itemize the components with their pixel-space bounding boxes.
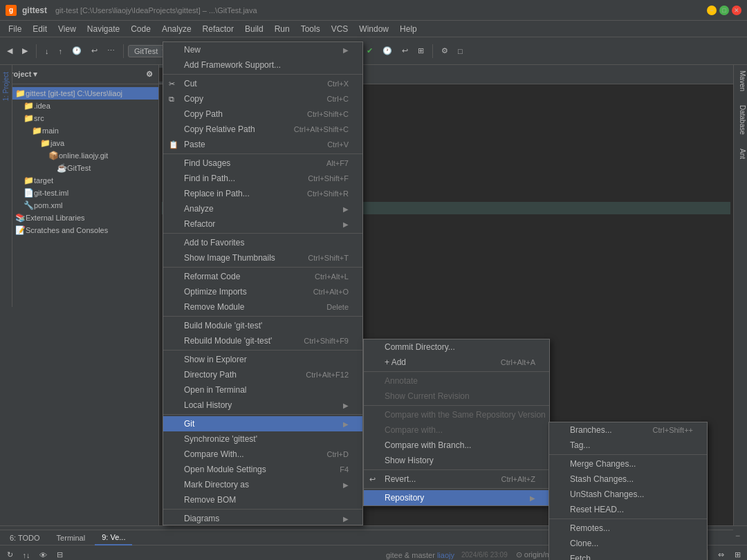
maven-tab[interactable]: Maven bbox=[735, 68, 746, 94]
tree-package[interactable]: 📦 online.liaojy.git bbox=[12, 149, 158, 162]
git-commit-dir[interactable]: Commit Directory... bbox=[364, 339, 549, 355]
vc-collapse-btn[interactable]: ⊞ bbox=[730, 548, 744, 561]
tree-external-libs[interactable]: 📚 External Libraries bbox=[12, 212, 158, 224]
git-revert-button[interactable]: ↩ bbox=[87, 44, 102, 57]
ctx-refactor[interactable]: Refactor ▶ bbox=[163, 216, 362, 232]
tree-target[interactable]: 📁 target bbox=[12, 174, 158, 187]
ant-tab[interactable]: Ant bbox=[735, 146, 746, 162]
ctx-cut[interactable]: ✂ Cut Ctrl+X bbox=[163, 76, 362, 91]
git-repository[interactable]: Repository ▶ bbox=[364, 490, 549, 505]
ctx-find-usages[interactable]: Find Usages Alt+F7 bbox=[163, 156, 362, 171]
git-compare-with[interactable]: Compare with... bbox=[364, 422, 549, 438]
repo-reset-head[interactable]: Reset HEAD... bbox=[549, 502, 707, 517]
menu-view[interactable]: View bbox=[53, 23, 82, 35]
git-compare-branch[interactable]: Compare with Branch... bbox=[364, 438, 549, 453]
git-annotate[interactable]: Annotate bbox=[364, 373, 549, 389]
menu-refactor[interactable]: Refactor bbox=[197, 23, 239, 35]
maximize-button[interactable]: □ bbox=[719, 6, 729, 15]
git-manage-button[interactable]: ⊞ bbox=[414, 44, 428, 57]
git-show-history[interactable]: Show History bbox=[364, 453, 549, 468]
ctx-find-in-path[interactable]: Find in Path... Ctrl+Shift+F bbox=[163, 171, 362, 186]
tree-iml[interactable]: 📄 git-test.iml bbox=[12, 187, 158, 199]
menu-code[interactable]: Code bbox=[125, 23, 156, 35]
git-update-button[interactable]: ↓ bbox=[41, 45, 53, 57]
ctx-show-thumbnails[interactable]: Show Image Thumbnails Ctrl+Shift+T bbox=[163, 250, 362, 265]
tree-src[interactable]: 📁 src bbox=[12, 112, 158, 124]
ctx-compare-with[interactable]: Compare With... Ctrl+D bbox=[163, 447, 362, 462]
back-button[interactable]: ◀ bbox=[3, 44, 17, 57]
repo-clone[interactable]: Clone... bbox=[549, 536, 707, 551]
forward-button[interactable]: ▶ bbox=[18, 44, 32, 57]
sidebar-settings-icon[interactable]: ⚙ bbox=[146, 70, 153, 79]
ctx-optimize-imports[interactable]: Optimize Imports Ctrl+Alt+O bbox=[163, 284, 362, 299]
ctx-diagrams[interactable]: Diagrams ▶ bbox=[163, 511, 362, 525]
menu-build[interactable]: Build bbox=[239, 23, 269, 35]
menu-file[interactable]: File bbox=[3, 23, 27, 35]
tree-gittest[interactable]: ☕ GitTest bbox=[12, 162, 158, 174]
git-history-button[interactable]: 🕐 bbox=[68, 44, 86, 57]
tree-scratches[interactable]: 📝 Scratches and Consoles bbox=[12, 224, 158, 236]
ctx-build-module[interactable]: Build Module 'git-test' bbox=[163, 318, 362, 333]
git-history2-button[interactable]: 🕐 bbox=[378, 44, 396, 57]
git-mark-button[interactable]: ✔ bbox=[362, 44, 377, 57]
settings-button[interactable]: ⚙ bbox=[437, 44, 452, 57]
git-compare-same[interactable]: Compare with the Same Repository Version bbox=[364, 407, 549, 422]
ctx-show-in-explorer[interactable]: Show in Explorer bbox=[163, 352, 362, 367]
menu-window[interactable]: Window bbox=[353, 23, 394, 35]
menu-edit[interactable]: Edit bbox=[27, 23, 53, 35]
tree-java[interactable]: 📁 java bbox=[12, 137, 158, 149]
minimize-button[interactable]: − bbox=[707, 6, 717, 15]
ctx-analyze[interactable]: Analyze ▶ bbox=[163, 201, 362, 216]
ctx-synchronize[interactable]: Synchronize 'gittest' bbox=[163, 431, 362, 447]
database-tab[interactable]: Database bbox=[735, 102, 746, 138]
ctx-add-favorites[interactable]: Add to Favorites bbox=[163, 235, 362, 250]
ctx-paste[interactable]: 📋 Paste Ctrl+V bbox=[163, 137, 362, 152]
ctx-directory-path[interactable]: Directory Path Ctrl+Alt+F12 bbox=[163, 367, 362, 382]
ctx-add-framework[interactable]: Add Framework Support... bbox=[163, 57, 362, 73]
menu-run[interactable]: Run bbox=[269, 23, 295, 35]
menu-tools[interactable]: Tools bbox=[295, 23, 326, 35]
menu-analyze[interactable]: Analyze bbox=[156, 23, 197, 35]
panel-button[interactable]: □ bbox=[454, 45, 467, 57]
ctx-module-settings[interactable]: Open Module Settings F4 bbox=[163, 462, 362, 477]
tab-terminal[interactable]: Terminal bbox=[50, 531, 93, 545]
close-button[interactable]: ✕ bbox=[732, 6, 741, 15]
ctx-remove-bom[interactable]: Remove BOM bbox=[163, 492, 362, 507]
side-tab-project[interactable]: 1: Project bbox=[1, 68, 11, 105]
repo-branches[interactable]: Branches... Ctrl+Shift++ bbox=[549, 422, 707, 438]
repo-tag[interactable]: Tag... bbox=[549, 438, 707, 453]
ctx-copy-path[interactable]: Copy Path Ctrl+Shift+C bbox=[163, 106, 362, 122]
ctx-copy-rel-path[interactable]: Copy Relative Path Ctrl+Alt+Shift+C bbox=[163, 122, 362, 137]
tree-root[interactable]: 📁 gittest [git-test] C:\Users\liaoj bbox=[12, 87, 158, 100]
git-show-current[interactable]: Show Current Revision bbox=[364, 389, 549, 404]
vc-refresh-btn[interactable]: ↻ bbox=[3, 548, 17, 561]
ctx-local-history[interactable]: Local History ▶ bbox=[163, 398, 362, 413]
menu-help[interactable]: Help bbox=[394, 23, 423, 35]
git-add[interactable]: + Add Ctrl+Alt+A bbox=[364, 355, 549, 370]
menu-vcs[interactable]: VCS bbox=[326, 23, 354, 35]
repo-stash[interactable]: Stash Changes... bbox=[549, 472, 707, 487]
git-extra-button[interactable]: ⋯ bbox=[103, 44, 119, 57]
ctx-remove-module[interactable]: Remove Module Delete bbox=[163, 299, 362, 315]
repo-remotes[interactable]: Remotes... bbox=[549, 521, 707, 536]
ctx-git[interactable]: Git ▶ bbox=[163, 416, 362, 431]
tree-idea[interactable]: 📁 .idea bbox=[12, 100, 158, 112]
vc-filter-btn[interactable]: ⊟ bbox=[53, 548, 66, 561]
menu-navigate[interactable]: Navigate bbox=[82, 23, 125, 35]
vc-expand-btn[interactable]: ⇔ bbox=[714, 548, 728, 561]
ctx-rebuild-module[interactable]: Rebuild Module 'git-test' Ctrl+Shift+F9 bbox=[163, 333, 362, 348]
ctx-copy[interactable]: ⧉ Copy Ctrl+C bbox=[163, 91, 362, 106]
ctx-mark-directory[interactable]: Mark Directory as ▶ bbox=[163, 477, 362, 492]
tab-vc[interactable]: 9: Ve... bbox=[95, 530, 132, 545]
git-undo-button[interactable]: ↩ bbox=[398, 44, 412, 57]
ctx-open-terminal[interactable]: Open in Terminal bbox=[163, 382, 362, 398]
vc-eye-btn[interactable]: 👁 bbox=[36, 548, 50, 561]
tab-todo[interactable]: 6: TODO bbox=[3, 531, 47, 545]
tree-main[interactable]: 📁 main bbox=[12, 124, 158, 137]
git-revert[interactable]: ↩ Revert... Ctrl+Alt+Z bbox=[364, 472, 549, 487]
ctx-new[interactable]: New ▶ bbox=[163, 42, 362, 57]
repo-fetch[interactable]: Fetch bbox=[549, 551, 707, 560]
repo-merge[interactable]: Merge Changes... bbox=[549, 456, 707, 472]
vc-up-btn[interactable]: ↑↓ bbox=[19, 548, 33, 561]
ctx-reformat[interactable]: Reformat Code Ctrl+Alt+L bbox=[163, 269, 362, 284]
